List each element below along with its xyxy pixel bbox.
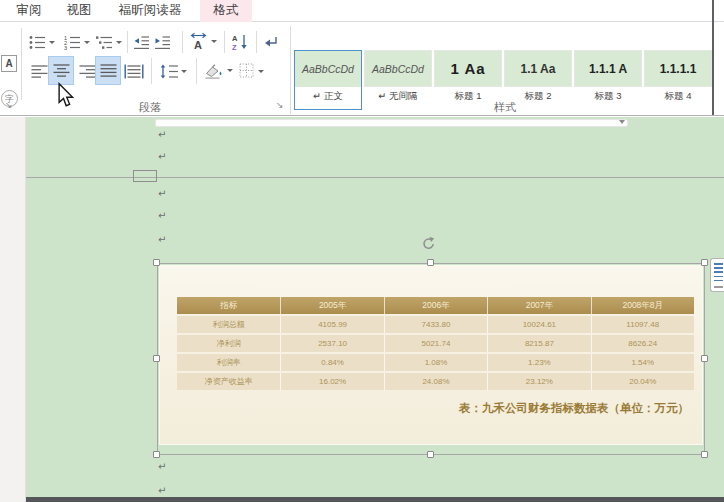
- value-cell: 20.04%: [591, 373, 694, 390]
- font-dialog-launcher[interactable]: ↘: [5, 101, 13, 110]
- selected-table-image[interactable]: 指标 2005年 2006年 2007年 2008年8月 利润总额 4105.9…: [159, 265, 703, 445]
- borders-button[interactable]: [236, 58, 266, 84]
- multilevel-list-button[interactable]: [93, 31, 123, 53]
- tab-foxit-reader[interactable]: 福昕阅读器: [106, 0, 194, 22]
- layout-options-button[interactable]: [710, 258, 724, 292]
- mouse-cursor: [57, 82, 74, 112]
- increase-indent-button[interactable]: [152, 31, 173, 53]
- increase-indent-icon: [153, 34, 172, 51]
- value-cell: 1.54%: [591, 354, 694, 371]
- tab-format[interactable]: 格式: [200, 0, 252, 22]
- line-spacing-button[interactable]: [157, 58, 189, 84]
- svg-text:A: A: [194, 39, 202, 51]
- numbering-icon: 123: [63, 34, 82, 51]
- style-preview: AaBbCcDd: [364, 50, 432, 87]
- button-separator: [224, 31, 225, 53]
- style-item-normal[interactable]: AaBbCcDd ↵ 正文: [294, 50, 362, 110]
- numbering-button[interactable]: 123: [60, 31, 92, 53]
- character-border-button[interactable]: A: [1, 55, 17, 72]
- value-cell: 23.12%: [487, 373, 590, 390]
- resize-handle-bottom-left[interactable]: [153, 451, 160, 458]
- style-preview: 1.1.1.1: [644, 50, 712, 87]
- ribbon: A 字 ↘ 123: [0, 22, 724, 116]
- empty-frame-marker[interactable]: [133, 170, 157, 182]
- sort-icon: A Z: [231, 33, 250, 51]
- header-cell: 2007年: [487, 297, 590, 314]
- resize-handle-top-right[interactable]: [701, 259, 708, 266]
- align-center-icon: [52, 62, 71, 79]
- multilevel-list-icon: [95, 34, 114, 51]
- table-caption: 表：九禾公司财务指标数据表（单位：万元）: [459, 401, 689, 416]
- group-separator: [290, 26, 291, 114]
- tab-view[interactable]: 视图: [60, 0, 98, 22]
- value-cell: 4105.99: [280, 316, 383, 333]
- ribbon-tab-bar: 审阅 视图 福昕阅读器 格式: [0, 0, 724, 22]
- asian-layout-icon: A: [188, 32, 209, 51]
- resize-handle-bottom-right[interactable]: [701, 451, 708, 458]
- sort-button[interactable]: A Z: [229, 30, 251, 53]
- chevron-down-icon: [116, 41, 122, 44]
- window-edge-line: [712, 0, 714, 115]
- button-separator: [256, 31, 257, 53]
- align-right-icon: [78, 63, 97, 80]
- page-top-strip: [155, 119, 628, 127]
- tab-review[interactable]: 审阅: [10, 0, 48, 22]
- resize-handle-top-left[interactable]: [153, 259, 160, 266]
- svg-text:3: 3: [64, 44, 67, 50]
- word-app-window: 审阅 视图 福昕阅读器 格式 A 字 ↘ 123: [0, 0, 724, 502]
- rotation-handle[interactable]: [421, 236, 437, 256]
- button-separator: [182, 31, 183, 53]
- decrease-indent-icon: [132, 34, 151, 51]
- shading-bucket-icon: [203, 62, 225, 80]
- bullets-button[interactable]: [25, 31, 58, 53]
- value-cell: 10024.61: [487, 316, 590, 333]
- group-separator: [21, 28, 22, 100]
- row-label-cell: 利润率: [177, 354, 280, 371]
- resize-handle-mid-right[interactable]: [701, 355, 708, 362]
- value-cell: 7433.80: [384, 316, 487, 333]
- value-cell: 5021.74: [384, 335, 487, 352]
- decrease-indent-button[interactable]: [131, 31, 152, 53]
- borders-grid-icon: [238, 62, 256, 80]
- asian-layout-button[interactable]: A: [186, 29, 219, 53]
- table-row: 净资产收益率 16.02% 24.08% 23.12% 20.04%: [177, 371, 694, 390]
- style-item-no-spacing[interactable]: AaBbCcDd ↵ 无间隔: [364, 50, 432, 110]
- style-item-heading4[interactable]: 1.1.1.1 标题 4: [644, 50, 712, 110]
- bullets-icon: [28, 34, 47, 51]
- value-cell: 16.02%: [280, 373, 383, 390]
- table-row: 净利润 2537.10 5021.74 8215.87 8626.24: [177, 333, 694, 352]
- value-cell: 1.23%: [487, 354, 590, 371]
- resize-handle-bottom-center[interactable]: [427, 451, 434, 458]
- align-center-button[interactable]: [48, 56, 74, 85]
- show-formatting-marks-button[interactable]: [260, 31, 280, 53]
- rotate-icon: [421, 236, 437, 252]
- align-left-icon: [30, 63, 49, 80]
- style-item-heading3[interactable]: 1.1.1 A 标题 3: [574, 50, 642, 110]
- line-spacing-icon: [159, 63, 179, 80]
- align-left-button[interactable]: [28, 58, 50, 84]
- paragraph-dialog-launcher[interactable]: ↘: [276, 101, 284, 110]
- svg-text:Z: Z: [232, 43, 237, 51]
- paragraph-mark: ↵: [158, 462, 166, 472]
- resize-handle-mid-left[interactable]: [153, 355, 160, 362]
- justify-icon: [99, 62, 118, 79]
- chevron-down-icon: [211, 40, 217, 43]
- resize-handle-top-center[interactable]: [427, 259, 434, 266]
- layout-options-icon-line: [714, 286, 723, 288]
- svg-text:A: A: [232, 34, 238, 43]
- justify-button[interactable]: [95, 56, 121, 85]
- style-preview: 1 Aa: [434, 50, 502, 87]
- button-separator: [151, 58, 152, 84]
- dropdown-arrow-icon[interactable]: [619, 120, 625, 124]
- value-cell: 1.08%: [384, 354, 487, 371]
- distribute-text-button[interactable]: [122, 58, 146, 84]
- value-cell: 8626.24: [591, 335, 694, 352]
- style-label: ↵ 正文: [295, 87, 361, 105]
- shading-button[interactable]: [202, 57, 234, 84]
- button-separator: [196, 58, 197, 84]
- value-cell: 11097.48: [591, 316, 694, 333]
- value-cell: 0.84%: [280, 354, 383, 371]
- button-separator: [127, 31, 128, 53]
- row-label-cell: 净资产收益率: [177, 373, 280, 390]
- paragraph-mark: ↵: [158, 235, 166, 245]
